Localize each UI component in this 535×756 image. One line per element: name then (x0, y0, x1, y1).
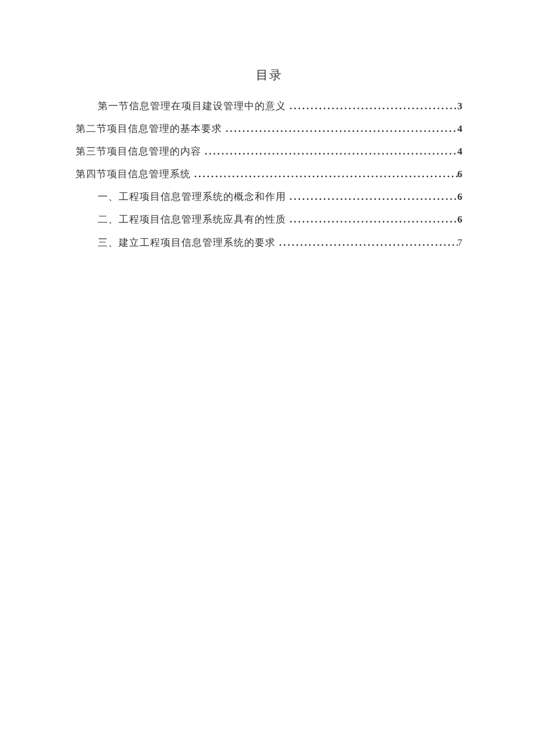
toc-leader-dots (286, 95, 458, 117)
toc-entry: 一、工程项目信息管理系统的概念和作用6 (76, 185, 462, 208)
toc-leader-dots (286, 185, 458, 208)
toc-entry: 第一节信息管理在项目建设管理中的意义3 (76, 95, 462, 117)
toc-entry-label: 第三节项目信息管理的内容 (76, 140, 201, 163)
toc-entry-page: 3 (458, 95, 463, 117)
toc-container: 第一节信息管理在项目建设管理中的意义3第二节项目信息管理的基本要求4第三节项目信… (76, 95, 462, 254)
toc-entry-label: 第四节项目信息管理系统 (76, 163, 191, 185)
toc-entry-label: 三、建立工程项目信息管理系统的要求 (98, 231, 276, 254)
toc-entry: 第二节项目信息管理的基本要求4 (76, 117, 462, 140)
toc-entry-label: 二、工程项目信息管理系统应具有的性质 (98, 208, 286, 231)
toc-leader-dots (222, 117, 458, 140)
toc-entry-page: 6 (458, 208, 463, 231)
toc-entry: 第三节项目信息管理的内容4 (76, 140, 462, 163)
toc-entry-label: 第二节项目信息管理的基本要求 (76, 117, 222, 140)
toc-leader-dots (191, 163, 458, 185)
toc-title: 目录 (76, 67, 462, 83)
toc-entry: 二、工程项目信息管理系统应具有的性质6 (76, 208, 462, 231)
toc-entry-page: 6 (458, 163, 463, 185)
toc-entry: 三、建立工程项目信息管理系统的要求7 (76, 231, 462, 254)
toc-entry: 第四节项目信息管理系统6 (76, 163, 462, 185)
toc-entry-label: 一、工程项目信息管理系统的概念和作用 (98, 185, 286, 208)
toc-leader-dots (201, 140, 458, 163)
toc-leader-dots (286, 208, 458, 231)
toc-entry-page: 6 (458, 185, 463, 208)
toc-entry-label: 第一节信息管理在项目建设管理中的意义 (98, 95, 286, 117)
toc-entry-page: 7 (458, 231, 463, 254)
toc-entry-page: 4 (458, 140, 463, 163)
toc-entry-page: 4 (458, 117, 463, 140)
toc-leader-dots (276, 231, 458, 254)
